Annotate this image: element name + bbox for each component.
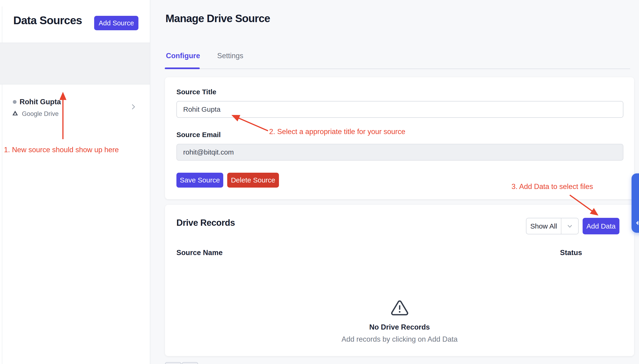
annotation-step1: 1. New source should show up here — [4, 146, 119, 154]
tabs-underline-active-indicator — [165, 68, 200, 69]
source-email-input — [176, 144, 623, 160]
sidebar: Data Sources Add Source Rohit Gupta Goog… — [0, 0, 150, 364]
configure-card: Source Title Source Email Save Source De… — [165, 77, 634, 199]
records-filter-dropdown[interactable]: Show All — [526, 218, 579, 234]
page-title: Manage Drive Source — [165, 12, 270, 25]
source-item-name: Rohit Gupta — [20, 98, 61, 106]
source-title-label: Source Title — [176, 88, 216, 96]
tab-configure[interactable]: Configure — [166, 52, 200, 60]
add-source-button-label: Add Source — [99, 19, 134, 27]
records-filter-value: Show All — [526, 218, 561, 234]
alert-triangle-icon — [390, 299, 409, 318]
source-item-type: Google Drive — [22, 110, 59, 118]
column-header-status: Status — [560, 248, 582, 257]
drive-records-card: Drive Records Show All Add Data Source N… — [165, 205, 634, 356]
annotation-step2: 2. Select a appropriate title for your s… — [269, 128, 405, 136]
delete-source-button[interactable]: Delete Source — [227, 173, 279, 188]
chevron-down-icon — [561, 218, 578, 234]
column-header-source-name: Source Name — [176, 248, 223, 257]
drive-records-title: Drive Records — [176, 218, 235, 228]
save-source-button[interactable]: Save Source — [176, 173, 223, 188]
arrow-left-icon — [635, 220, 639, 226]
app-root: Data Sources Add Source Rohit Gupta Goog… — [0, 0, 639, 364]
empty-state-title: No Drive Records — [165, 323, 634, 332]
source-email-label: Source Email — [176, 131, 221, 139]
source-status-dot-icon — [13, 100, 17, 104]
tab-settings[interactable]: Settings — [217, 52, 243, 60]
empty-state-subtitle: Add records by clicking on Add Data — [165, 335, 634, 344]
annotation-step3: 3. Add Data to select files — [512, 182, 593, 191]
add-data-button-label: Add Data — [586, 222, 615, 230]
pagination-previous-button[interactable] — [165, 362, 181, 364]
sidebar-source-item[interactable]: Rohit Gupta Google Drive — [0, 43, 150, 84]
google-drive-icon — [12, 110, 18, 117]
floating-side-panel-button[interactable] — [631, 174, 639, 233]
tabs-underline — [165, 68, 630, 69]
save-source-button-label: Save Source — [180, 176, 220, 184]
delete-source-button-label: Delete Source — [231, 176, 275, 184]
pagination-next-button[interactable] — [182, 362, 198, 364]
add-data-button[interactable]: Add Data — [583, 218, 619, 234]
sidebar-title: Data Sources — [13, 14, 82, 27]
source-title-input[interactable] — [176, 101, 623, 118]
chevron-right-icon — [130, 103, 137, 112]
empty-state: No Drive Records Add records by clicking… — [165, 299, 634, 344]
add-source-button[interactable]: Add Source — [94, 16, 138, 30]
